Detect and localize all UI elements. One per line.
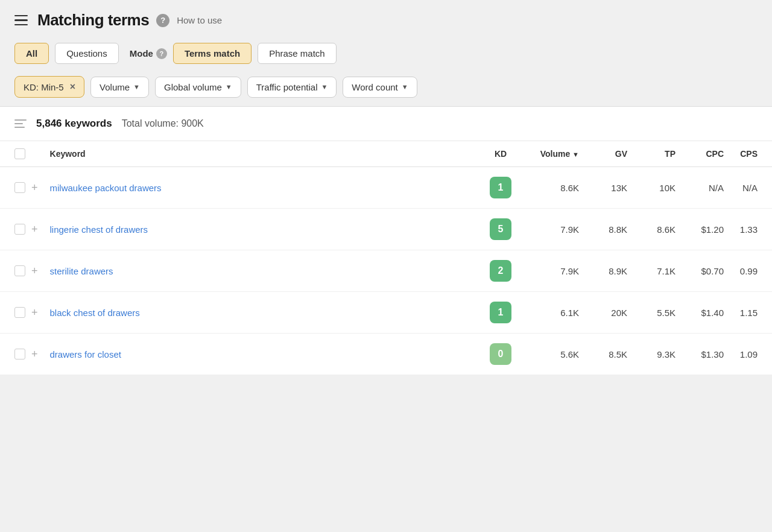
cps-cell: 0.99 [730, 250, 772, 292]
kd-filter[interactable]: KD: Min-5 × [14, 76, 84, 98]
row-controls-cell: + [0, 292, 44, 334]
word-count-chevron-icon: ▼ [402, 83, 408, 90]
kd-badge: 0 [490, 343, 511, 365]
header-keyword-col: Keyword [44, 141, 476, 167]
header-cps-col: CPS [730, 141, 772, 167]
header-gv-col: GV [585, 141, 633, 167]
keywords-table: Keyword KD Volume ▼ GV TP CPC CPS + milw… [0, 141, 772, 375]
hamburger-menu-icon[interactable] [14, 15, 28, 26]
how-to-use-link[interactable]: How to use [177, 15, 222, 25]
cpc-cell: $1.30 [682, 334, 730, 375]
keyword-cell: drawers for closet [44, 334, 476, 375]
cps-cell: 1.33 [730, 209, 772, 250]
header-cpc-col: CPC [682, 141, 730, 167]
gv-cell: 8.9K [585, 250, 633, 292]
kd-cell: 1 [476, 292, 525, 334]
volume-cell: 6.1K [525, 292, 585, 334]
global-volume-dropdown[interactable]: Global volume ▼ [155, 77, 241, 98]
row-controls-cell: + [0, 167, 44, 209]
cpc-cell: N/A [682, 167, 730, 209]
terms-match-button[interactable]: Terms match [173, 43, 252, 64]
volume-cell: 7.9K [525, 209, 585, 250]
traffic-potential-dropdown[interactable]: Traffic potential ▼ [247, 77, 337, 98]
kd-filter-close[interactable]: × [70, 81, 75, 92]
questions-button[interactable]: Questions [55, 43, 119, 64]
tp-cell: 9.3K [633, 334, 682, 375]
row-checkbox[interactable] [14, 224, 25, 235]
header: Matching terms ? How to use [0, 0, 772, 38]
keyword-link[interactable]: lingerie chest of drawers [50, 224, 148, 235]
toolbar-row: All Questions Mode ? Terms match Phrase … [0, 38, 772, 72]
volume-cell: 7.9K [525, 250, 585, 292]
kd-cell: 0 [476, 334, 525, 375]
tp-cell: 10K [633, 167, 682, 209]
keyword-link[interactable]: black chest of drawers [50, 308, 140, 318]
filter-row: KD: Min-5 × Volume ▼ Global volume ▼ Tra… [0, 72, 772, 106]
total-volume: Total volume: 900K [122, 118, 204, 129]
gv-cell: 8.8K [585, 209, 633, 250]
mode-label: Mode ? [130, 48, 167, 59]
keyword-link[interactable]: milwaukee packout drawers [50, 183, 162, 193]
table-row: + sterilite drawers27.9K8.9K7.1K$0.700.9… [0, 250, 772, 292]
row-checkbox[interactable] [14, 182, 25, 193]
cps-cell: N/A [730, 167, 772, 209]
cpc-cell: $0.70 [682, 250, 730, 292]
add-keyword-button[interactable]: + [31, 265, 38, 276]
volume-cell: 5.6K [525, 334, 585, 375]
word-count-dropdown[interactable]: Word count ▼ [343, 77, 417, 98]
table-row: + drawers for closet05.6K8.5K9.3K$1.301.… [0, 334, 772, 375]
main-card: 5,846 keywords Total volume: 900K Keywor… [0, 106, 772, 375]
select-all-checkbox[interactable] [14, 148, 25, 159]
filter-icon [14, 119, 27, 128]
gv-cell: 20K [585, 292, 633, 334]
add-keyword-button[interactable]: + [31, 349, 38, 359]
summary-row: 5,846 keywords Total volume: 900K [0, 107, 772, 141]
keywords-count: 5,846 keywords [36, 118, 112, 130]
phrase-match-button[interactable]: Phrase match [258, 43, 337, 64]
keyword-cell: milwaukee packout drawers [44, 167, 476, 209]
tp-cell: 7.1K [633, 250, 682, 292]
cps-cell: 1.15 [730, 292, 772, 334]
keyword-link[interactable]: sterilite drawers [50, 266, 113, 276]
add-keyword-button[interactable]: + [31, 224, 38, 235]
row-checkbox[interactable] [14, 265, 25, 276]
keyword-cell: sterilite drawers [44, 250, 476, 292]
row-checkbox[interactable] [14, 307, 25, 318]
kd-badge: 1 [490, 302, 511, 323]
page-title: Matching terms [37, 11, 149, 30]
cps-cell: 1.09 [730, 334, 772, 375]
traffic-potential-chevron-icon: ▼ [321, 83, 327, 90]
header-kd-col: KD [476, 141, 525, 167]
gv-cell: 13K [585, 167, 633, 209]
cpc-cell: $1.40 [682, 292, 730, 334]
kd-cell: 1 [476, 167, 525, 209]
table-row: + lingerie chest of drawers57.9K8.8K8.6K… [0, 209, 772, 250]
global-volume-chevron-icon: ▼ [226, 83, 232, 90]
row-checkbox[interactable] [14, 349, 25, 359]
kd-filter-label: KD: Min-5 [24, 82, 64, 92]
row-controls-cell: + [0, 334, 44, 375]
keyword-cell: black chest of drawers [44, 292, 476, 334]
volume-dropdown[interactable]: Volume ▼ [90, 77, 149, 98]
row-controls-cell: + [0, 250, 44, 292]
volume-cell: 8.6K [525, 167, 585, 209]
gv-cell: 8.5K [585, 334, 633, 375]
row-controls-cell: + [0, 209, 44, 250]
header-volume-col[interactable]: Volume ▼ [525, 141, 585, 167]
kd-badge: 2 [490, 260, 511, 282]
all-button[interactable]: All [14, 43, 49, 64]
keyword-link[interactable]: drawers for closet [50, 349, 121, 359]
cpc-cell: $1.20 [682, 209, 730, 250]
header-tp-col: TP [633, 141, 682, 167]
volume-chevron-icon: ▼ [133, 83, 140, 90]
table-row: + milwaukee packout drawers18.6K13K10KN/… [0, 167, 772, 209]
kd-badge: 5 [490, 218, 511, 240]
header-help-icon[interactable]: ? [156, 14, 169, 27]
kd-badge: 1 [490, 177, 511, 198]
mode-help-icon[interactable]: ? [156, 48, 167, 59]
add-keyword-button[interactable]: + [31, 307, 38, 318]
table-row: + black chest of drawers16.1K20K5.5K$1.4… [0, 292, 772, 334]
keyword-cell: lingerie chest of drawers [44, 209, 476, 250]
header-checkbox-col [0, 141, 44, 167]
add-keyword-button[interactable]: + [31, 182, 38, 193]
